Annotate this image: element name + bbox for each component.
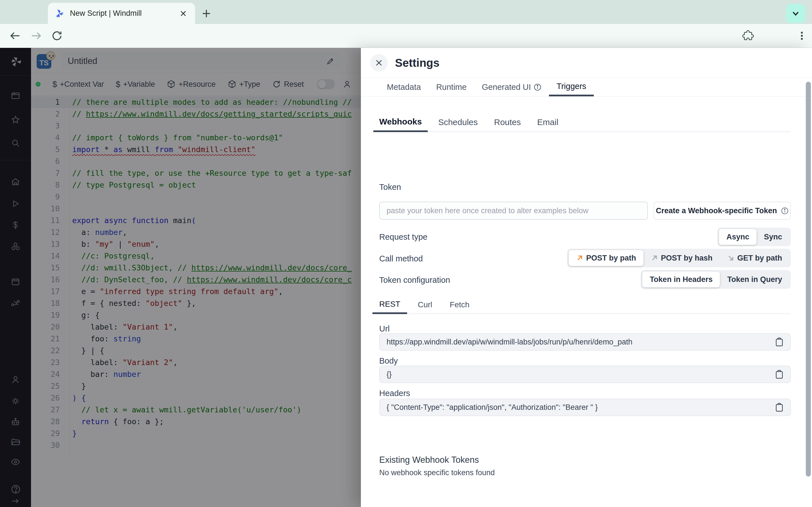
request-type-async[interactable]: Async: [719, 229, 756, 245]
tab-search-chevron-icon[interactable]: [786, 4, 805, 23]
body-field[interactable]: {}: [379, 365, 791, 383]
tab-runtime[interactable]: Runtime: [428, 78, 474, 96]
token-config-control: Token in Headers Token in Query: [641, 270, 791, 289]
token-config-label: Token configuration: [379, 270, 450, 290]
tab-rest[interactable]: REST: [372, 296, 407, 314]
request-type-sync[interactable]: Sync: [756, 229, 790, 245]
call-method-control: POST by path POST by hash GET by path: [567, 249, 791, 267]
tab-close-icon[interactable]: [177, 8, 189, 19]
call-method-post-by-hash[interactable]: POST by hash: [644, 250, 720, 266]
copy-icon[interactable]: [775, 337, 783, 347]
call-method-post-by-path[interactable]: POST by path: [569, 250, 644, 266]
back-icon[interactable]: [7, 28, 23, 44]
existing-tokens-empty: No webhook specific tokens found: [379, 468, 495, 477]
drawer-backdrop[interactable]: [0, 48, 361, 507]
url-field[interactable]: https://app.windmill.dev/api/w/windmill-…: [379, 333, 791, 351]
headers-label: Headers: [379, 389, 410, 398]
copy-icon[interactable]: [775, 402, 783, 412]
tab-curl[interactable]: Curl: [411, 296, 439, 314]
browser-tab-strip: New Script | Windmill: [0, 0, 812, 24]
arrow-up-right-icon: [576, 255, 583, 262]
call-method-get-by-path[interactable]: GET by path: [720, 250, 790, 266]
trigger-type-tabs: Webhooks Schedules Routes Email: [379, 113, 791, 132]
request-type-label: Request type: [379, 228, 427, 246]
body-label: Body: [379, 356, 398, 365]
forward-icon[interactable]: [28, 28, 44, 44]
info-icon: [781, 207, 789, 215]
copy-icon[interactable]: [775, 370, 783, 379]
extensions-puzzle-icon[interactable]: [741, 28, 756, 44]
browser-tab[interactable]: New Script | Windmill: [48, 3, 195, 24]
snippet-tabs: REST Curl Fetch: [379, 296, 791, 314]
close-icon[interactable]: [370, 54, 388, 71]
browser-toolbar: app.windmill.dev/scripts/add#JTdCJTIyaGF…: [0, 24, 812, 48]
arrow-up-right-icon: [651, 255, 658, 262]
screen: New Script | Windmill app.windmill.dev/s…: [0, 0, 812, 507]
existing-tokens-title: Existing Webhook Tokens: [379, 455, 479, 465]
url-label: Url: [379, 324, 390, 334]
info-icon: [534, 83, 541, 91]
tab-routes[interactable]: Routes: [488, 113, 527, 131]
tab-generated-ui[interactable]: Generated UI: [474, 78, 549, 96]
tab-schedules[interactable]: Schedules: [432, 113, 484, 131]
tab-triggers[interactable]: Triggers: [549, 78, 594, 96]
create-webhook-token-button[interactable]: Create a Webhook-specific Token: [654, 202, 791, 220]
headers-field[interactable]: { "Content-Type": "application/json", "A…: [379, 399, 791, 416]
tab-fetch[interactable]: Fetch: [443, 296, 476, 314]
request-type-control: Async Sync: [718, 228, 791, 246]
windmill-favicon: [54, 8, 64, 18]
tab-metadata[interactable]: Metadata: [379, 78, 428, 96]
arrow-down-right-icon: [727, 255, 734, 262]
settings-tabs: Metadata Runtime Generated UI Triggers: [361, 78, 812, 97]
token-in-query[interactable]: Token in Query: [720, 272, 790, 287]
token-in-headers[interactable]: Token in Headers: [642, 272, 720, 287]
panel-scrollbar[interactable]: [806, 82, 811, 476]
tab-email[interactable]: Email: [531, 113, 564, 131]
settings-header: Settings: [361, 48, 812, 78]
settings-title: Settings: [395, 57, 440, 69]
token-input[interactable]: [379, 202, 648, 220]
tab-title: New Script | Windmill: [70, 9, 177, 18]
reload-icon[interactable]: [49, 28, 65, 44]
call-method-label: Call method: [379, 249, 423, 269]
token-label: Token: [379, 182, 401, 192]
settings-panel: Settings Metadata Runtime Generated UI T…: [361, 48, 812, 507]
menu-dots-icon[interactable]: [794, 28, 810, 44]
tab-webhooks[interactable]: Webhooks: [373, 113, 428, 132]
new-tab-icon[interactable]: [199, 6, 214, 21]
triggers-content: Webhooks Schedules Routes Email Token Cr…: [379, 97, 791, 507]
